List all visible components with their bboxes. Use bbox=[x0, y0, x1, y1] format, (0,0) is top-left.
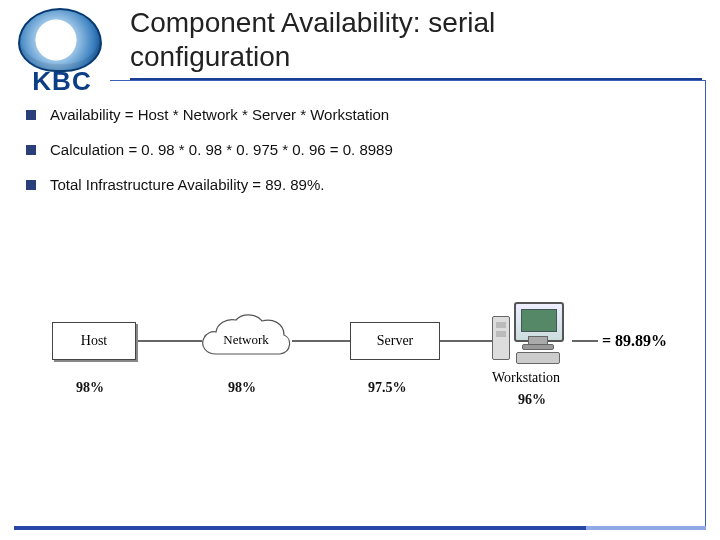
server-percent: 97.5% bbox=[368, 380, 407, 396]
brand-logo: KBC bbox=[10, 8, 110, 96]
square-bullet-icon bbox=[26, 110, 36, 120]
connector-line bbox=[436, 340, 494, 342]
slide: KBC Component Availability: serial confi… bbox=[0, 0, 720, 540]
frame-right bbox=[705, 80, 706, 530]
diagram-result: = 89.89% bbox=[602, 332, 667, 350]
serial-diagram: Host 98% Network 98% Server 97.5% Workst… bbox=[46, 300, 686, 450]
network-node: Network bbox=[196, 314, 296, 368]
title-line-1: Component Availability: serial bbox=[130, 6, 700, 40]
footer-stripe bbox=[14, 526, 706, 530]
frame-top bbox=[110, 80, 706, 81]
workstation-percent: 96% bbox=[518, 392, 546, 408]
connector-line bbox=[292, 340, 354, 342]
server-node: Server bbox=[350, 322, 440, 360]
bullet-text: Availability = Host * Network * Server *… bbox=[50, 106, 690, 123]
list-item: Calculation = 0. 98 * 0. 98 * 0. 975 * 0… bbox=[26, 141, 690, 158]
workstation-node bbox=[492, 300, 578, 370]
brand-wordmark: KBC bbox=[14, 66, 110, 97]
keyboard-icon bbox=[516, 352, 560, 364]
square-bullet-icon bbox=[26, 145, 36, 155]
bullet-text: Total Infrastructure Availability = 89. … bbox=[50, 176, 690, 193]
list-item: Availability = Host * Network * Server *… bbox=[26, 106, 690, 123]
workstation-label: Workstation bbox=[492, 370, 560, 386]
monitor-base-icon bbox=[522, 344, 554, 350]
network-percent: 98% bbox=[228, 380, 256, 396]
title-line-2: configuration bbox=[130, 40, 700, 74]
brand-badge-icon bbox=[18, 8, 102, 72]
host-percent: 98% bbox=[76, 380, 104, 396]
square-bullet-icon bbox=[26, 180, 36, 190]
bullet-text: Calculation = 0. 98 * 0. 98 * 0. 975 * 0… bbox=[50, 141, 690, 158]
connector-line bbox=[132, 340, 202, 342]
content-body: Availability = Host * Network * Server *… bbox=[26, 106, 690, 211]
server-label: Server bbox=[377, 333, 414, 349]
network-label: Network bbox=[196, 332, 296, 348]
list-item: Total Infrastructure Availability = 89. … bbox=[26, 176, 690, 193]
host-node: Host bbox=[52, 322, 136, 360]
host-label: Host bbox=[81, 333, 107, 349]
tower-icon bbox=[492, 316, 510, 360]
page-title: Component Availability: serial configura… bbox=[130, 6, 700, 78]
